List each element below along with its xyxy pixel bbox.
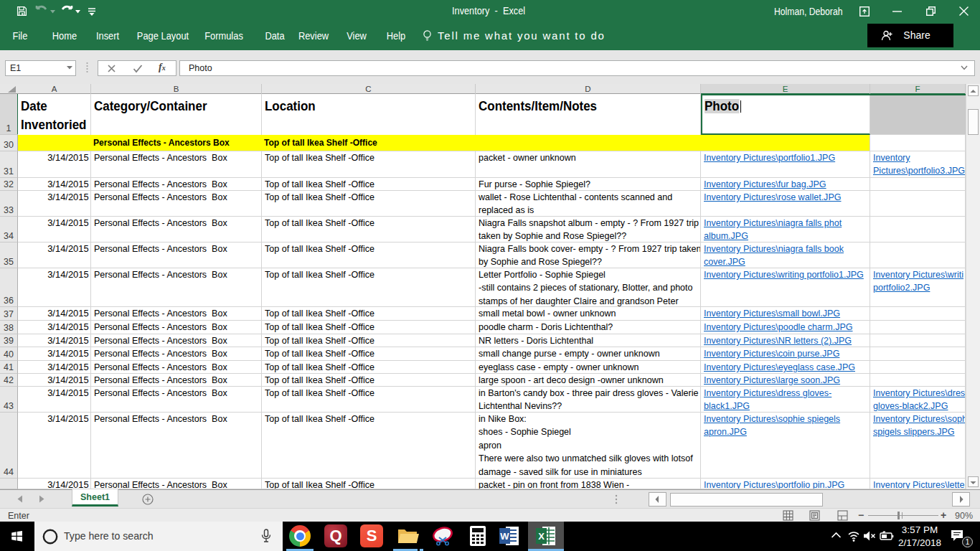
svg-text:X: X [538, 531, 545, 542]
svg-text:W: W [500, 531, 509, 542]
